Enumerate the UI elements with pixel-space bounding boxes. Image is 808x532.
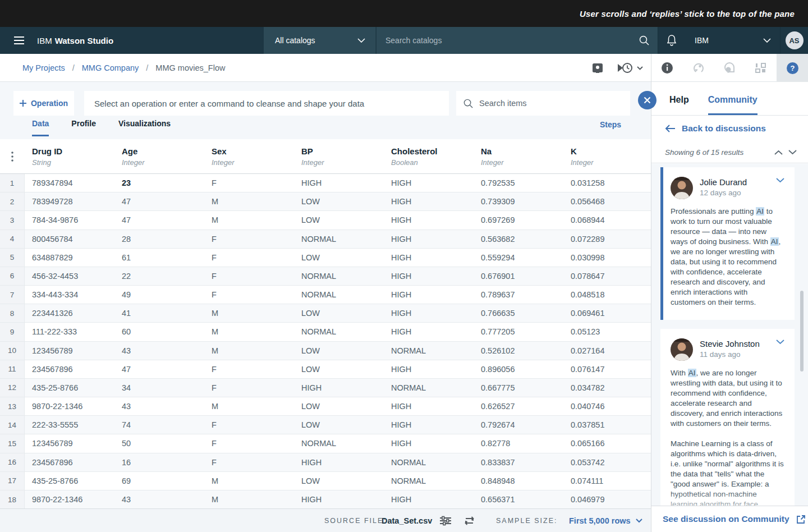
table-cell: 0.656371 bbox=[474, 490, 563, 508]
table-cell: 334-443-334 bbox=[25, 286, 114, 304]
breadcrumb-link-company[interactable]: MMG Company bbox=[82, 63, 139, 72]
source-file-label: SOURCE FILE: bbox=[324, 509, 387, 532]
column-header-sex[interactable]: SexInteger bbox=[204, 139, 294, 173]
table-cell: F bbox=[204, 434, 294, 452]
run-history-button[interactable] bbox=[617, 62, 643, 74]
catalogs-dropdown[interactable]: All catalogs bbox=[264, 27, 376, 54]
table-cell: HIGH bbox=[294, 490, 384, 508]
account-dropdown[interactable]: IBM bbox=[685, 27, 780, 54]
breadcrumb-separator: / bbox=[72, 63, 75, 72]
community-footer-link[interactable]: See discussion on Community bbox=[651, 506, 808, 532]
snapshot-button[interactable] bbox=[591, 61, 604, 75]
table-row[interactable]: 1012345678943MLOWNORMAL0.5261020.027164 bbox=[0, 342, 651, 360]
table-cell: 0.076147 bbox=[563, 360, 651, 378]
table-cell: 28 bbox=[114, 230, 204, 248]
refresh-sample-button[interactable] bbox=[463, 509, 475, 532]
search-icon[interactable] bbox=[639, 35, 650, 46]
table-cell: 0.739309 bbox=[474, 192, 563, 210]
collapse-card-button[interactable] bbox=[776, 177, 784, 183]
table-row[interactable]: 480045678428FNORMALHIGH0.5636820.072289 bbox=[0, 230, 651, 249]
help-button[interactable]: ? bbox=[777, 54, 808, 82]
table-cell: NORMAL bbox=[384, 453, 474, 471]
add-operation-button[interactable]: Operation bbox=[13, 91, 74, 116]
column-header-drug-id[interactable]: Drug IDString bbox=[25, 139, 114, 173]
hamburger-menu-button[interactable] bbox=[7, 27, 31, 54]
discussion-text: Professionals are putting AI to work to … bbox=[671, 207, 784, 308]
table-cell: M bbox=[204, 397, 294, 415]
collapse-card-button[interactable] bbox=[776, 338, 784, 345]
tab-data[interactable]: Data bbox=[32, 119, 49, 136]
column-header-cholesterol[interactable]: CholesterolBoolean bbox=[384, 139, 474, 173]
catalog-search-input[interactable] bbox=[377, 36, 639, 45]
column-header-age[interactable]: AgeInteger bbox=[114, 139, 204, 173]
tab-community[interactable]: Community bbox=[708, 95, 758, 115]
tab-visualizations[interactable]: Visualizations bbox=[118, 119, 171, 136]
table-cell: LOW bbox=[294, 249, 384, 267]
account-label: IBM bbox=[695, 36, 709, 45]
chevron-down-icon[interactable] bbox=[788, 150, 797, 155]
table-row[interactable]: 12435-25-876634FHIGHNORMAL0.6677750.0347… bbox=[0, 379, 651, 397]
community-footer-label: See discussion on Community bbox=[663, 514, 789, 524]
table-cell: LOW bbox=[294, 416, 384, 434]
table-cell: M bbox=[204, 342, 294, 360]
panel-scrollbar-thumb[interactable] bbox=[800, 291, 804, 372]
discussion-card[interactable]: Stevie Johnston11 days agoWith AI, we ar… bbox=[660, 329, 795, 506]
command-input[interactable] bbox=[84, 91, 449, 116]
table-cell: 22 bbox=[114, 267, 204, 285]
info-button[interactable] bbox=[651, 54, 683, 82]
table-row[interactable]: 17435-25-876669MLOWNORMAL0.8489480.07411… bbox=[0, 472, 651, 490]
table-row[interactable]: 6456-32-445322FNORMALHIGH0.6769010.07864… bbox=[0, 267, 651, 286]
app-header: IBM Watson Studio All catalogs IBM AS bbox=[0, 27, 808, 54]
table-options-button[interactable] bbox=[0, 139, 25, 173]
table-cell: F bbox=[204, 249, 294, 267]
comments-button[interactable] bbox=[714, 54, 746, 82]
table-cell: HIGH bbox=[294, 379, 384, 397]
tab-help[interactable]: Help bbox=[669, 95, 689, 115]
table-cell: F bbox=[204, 360, 294, 378]
table-row[interactable]: 189870-22-134643MHIGHHIGH0.6563710.04697… bbox=[0, 490, 651, 509]
table-row[interactable]: 1123456789647FLOWHIGH0.8960560.076147 bbox=[0, 360, 651, 379]
close-panel-button[interactable] bbox=[638, 91, 656, 109]
discussion-card[interactable]: Jolie Durand12 days agoProfessionals are… bbox=[660, 167, 795, 320]
table-cell: M bbox=[204, 490, 294, 508]
table-cell: 0.048518 bbox=[563, 286, 651, 304]
table-row[interactable]: 139870-22-134643MLOWHIGH0.6265270.040746 bbox=[0, 397, 651, 416]
steps-link[interactable]: Steps bbox=[600, 120, 621, 129]
table-row[interactable]: 1623456789616FHIGHNORMAL0.8338370.053742 bbox=[0, 453, 651, 472]
row-number: 4 bbox=[0, 230, 25, 248]
column-header-na[interactable]: NaInteger bbox=[474, 139, 563, 173]
table-row[interactable]: 7334-443-33449FNORMALHIGH0.7896370.04851… bbox=[0, 286, 651, 304]
table-cell: 0.065166 bbox=[563, 434, 651, 452]
table-row[interactable]: 178934789423FHIGHHIGH0.7925350.031258 bbox=[0, 174, 651, 192]
table-row[interactable]: 563488782961FLOWHIGH0.5592940.030998 bbox=[0, 249, 651, 267]
table-cell: 234567896 bbox=[25, 360, 114, 378]
table-row[interactable]: 3784-34-987647MLOWHIGH0.6972690.068944 bbox=[0, 211, 651, 230]
settings-adjust-button[interactable] bbox=[440, 509, 451, 532]
table-row[interactable]: 278394972847MLOWHIGH0.7393090.056468 bbox=[0, 192, 651, 211]
table-row[interactable]: 822344132641MLOWHIGH0.7666350.069461 bbox=[0, 304, 651, 323]
tab-profile[interactable]: Profile bbox=[71, 119, 96, 136]
column-header-k[interactable]: KInteger bbox=[563, 139, 651, 173]
breadcrumb-link-projects[interactable]: My Projects bbox=[22, 63, 65, 72]
table-row[interactable]: 9111-222-33360MNORMALHIGH0.7772050.05123 bbox=[0, 323, 651, 341]
notifications-button[interactable] bbox=[658, 27, 685, 54]
sample-size-dropdown[interactable]: First 5,000 rows bbox=[569, 509, 642, 532]
metrics-button[interactable] bbox=[745, 54, 777, 82]
search-items-input[interactable] bbox=[479, 99, 623, 108]
column-header-bp[interactable]: BPInteger bbox=[294, 139, 384, 173]
avatar[interactable]: AS bbox=[786, 31, 804, 49]
table-row[interactable]: 1512345678950FNORMALHIGH0.827780.065166 bbox=[0, 434, 651, 453]
info-icon bbox=[661, 62, 673, 74]
table-body: 178934789423FHIGHHIGH0.7925350.031258278… bbox=[0, 174, 651, 509]
chevron-up-icon[interactable] bbox=[774, 150, 783, 155]
table-row[interactable]: 14222-33-555574FLOWHIGH0.7926740.037851 bbox=[0, 416, 651, 434]
table-cell: M bbox=[204, 472, 294, 490]
table-cell: HIGH bbox=[294, 174, 384, 192]
avatar-photo bbox=[671, 338, 693, 361]
reset-button[interactable] bbox=[683, 54, 714, 82]
table-cell: 0.074111 bbox=[563, 472, 651, 490]
table-cell: HIGH bbox=[384, 304, 474, 322]
catalogs-dropdown-value: All catalogs bbox=[275, 36, 315, 45]
table-cell: 111-222-333 bbox=[25, 323, 114, 341]
back-to-discussions[interactable]: Back to discussions bbox=[651, 116, 808, 141]
